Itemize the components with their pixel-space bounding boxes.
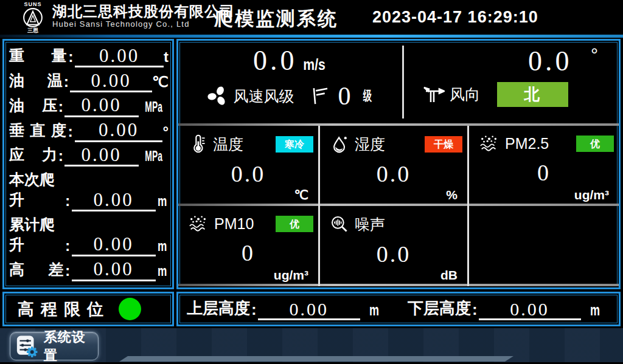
system-settings-button[interactable]: 系统设置 xyxy=(10,332,99,360)
settings-sliders-gear-icon xyxy=(16,334,38,359)
company-name-block: 湖北三思科技股份有限公司 Hubei Sansi Technology Co.,… xyxy=(52,3,235,29)
environment-panel: 0.0 m/s 风速风级 0 级 xyxy=(176,39,621,289)
metric-unit: m xyxy=(156,263,169,281)
metric-label: 重量 xyxy=(9,46,67,67)
lower-height-label: 下层高度 xyxy=(408,298,471,320)
metric-unit: m xyxy=(156,193,169,211)
metric-label: 高差 xyxy=(9,259,64,281)
wind-direction-degrees: 0.0 xyxy=(528,46,573,77)
sensor-cell-temperature: 温度 寒冷 0.0 ℃ xyxy=(178,126,318,204)
taskbar-accent-strip xyxy=(119,356,513,362)
metric-unit: ℃ xyxy=(152,74,169,92)
metric-unit: ° xyxy=(162,123,169,142)
sensor-name: 噪声 xyxy=(355,215,385,235)
header-divider xyxy=(0,35,623,38)
sensor-cell-humidity: 湿度 干燥 0.0 % xyxy=(320,126,467,204)
wind-direction-button[interactable]: 北 xyxy=(497,82,568,107)
metric-row-height-diff: 高差 : 0.00 m xyxy=(9,259,169,281)
wind-speed-label: 风速风级 xyxy=(234,86,294,106)
sensor-name: PM10 xyxy=(214,215,254,233)
datetime-display: 2023-04-17 16:29:10 xyxy=(372,8,538,27)
upper-height-unit: m xyxy=(369,301,379,320)
fan-icon xyxy=(207,85,229,107)
elevation-limit-indicator xyxy=(119,298,141,320)
sensor-name: 温度 xyxy=(213,134,243,154)
thermometer-icon xyxy=(188,134,207,154)
sensor-unit: dB xyxy=(440,268,458,283)
wind-section-divider xyxy=(402,46,404,118)
metrics-panel: 重量 : 0.00 t 油温 : 0.00 ℃ 油压 : 0.00 MPa 垂直… xyxy=(2,39,174,289)
sensor-unit: ug/m³ xyxy=(274,268,308,283)
metric-label: 应力 xyxy=(9,145,57,167)
metric-row-weight: 重量 : 0.00 t xyxy=(9,46,169,67)
metric-value: 0.00 xyxy=(75,120,163,142)
wind-speed-value: 0.0 xyxy=(253,45,298,76)
metric-unit: MPa xyxy=(139,98,169,117)
sensor-value: 0.0 xyxy=(178,160,318,187)
wind-level-unit: 级 xyxy=(363,87,371,105)
metric-value: 0.00 xyxy=(72,190,156,212)
logo-text-sansi: 三思 xyxy=(27,28,38,33)
wind-speed-unit: m/s xyxy=(303,56,325,74)
status-badge-dry: 干燥 xyxy=(425,136,462,153)
metric-label: 垂直度 xyxy=(9,120,66,142)
lower-height-group: 下层高度 : 0.00 m xyxy=(408,298,602,320)
taskbar: 系统设置 xyxy=(0,328,623,364)
sensor-name: 湿度 xyxy=(355,134,385,154)
sensor-name: PM2.5 xyxy=(505,135,549,153)
grid-divider-horizontal xyxy=(178,284,619,286)
sensor-cell-noise: 噪声 0.0 dB xyxy=(320,206,467,284)
metric-value: 0.00 xyxy=(70,71,152,93)
heights-panel: 上层高度 : 0.00 m 下层高度 : 0.00 m xyxy=(176,292,621,326)
sensor-unit: ug/m³ xyxy=(574,188,609,202)
settings-button-label: 系统设置 xyxy=(44,328,98,364)
sensor-cell-empty xyxy=(469,206,619,284)
upper-height-label: 上层高度 xyxy=(187,298,250,320)
status-badge-cold: 寒冷 xyxy=(276,136,313,153)
lower-height-value: 0.00 xyxy=(479,300,581,321)
degree-symbol: ° xyxy=(591,44,598,64)
elevation-limit-label: 高程限位 xyxy=(18,298,110,320)
particles-icon xyxy=(188,214,209,233)
header: SUNS 三思 湖北三思科技股份有限公司 Hubei Sansi Technol… xyxy=(0,0,623,35)
upper-height-group: 上层高度 : 0.00 m xyxy=(187,298,381,320)
company-logo: SUNS 三思 xyxy=(16,0,50,35)
metric-label: 油压 xyxy=(9,95,57,117)
metric-unit: MPa xyxy=(139,148,169,167)
metric-row-total-climb: 累计爬升 : 0.00 m xyxy=(9,215,169,256)
company-name-cn: 湖北三思科技股份有限公司 xyxy=(52,3,235,20)
sensor-cell-pm25: PM2.5 优 0 ug/m³ xyxy=(469,126,619,204)
wind-direction-block: 0.0 ° 风向 北 xyxy=(409,41,619,123)
metric-value: 0.00 xyxy=(72,259,156,281)
sensor-cell-pm10: PM10 优 0 ug/m³ xyxy=(178,206,318,284)
wind-level-flag-icon xyxy=(310,86,330,106)
lower-height-unit: m xyxy=(590,301,600,320)
sensor-value: 0.0 xyxy=(320,160,467,187)
wind-level-value: 0 xyxy=(338,81,351,111)
company-name-en: Hubei Sansi Technology Co., Ltd xyxy=(52,20,235,29)
sensor-value: 0.0 xyxy=(320,241,467,267)
metric-row-current-climb: 本次爬升 : 0.00 m xyxy=(9,170,169,211)
wind-vane-icon xyxy=(423,84,445,105)
metric-value: 0.00 xyxy=(75,46,164,68)
logo-text-suns: SUNS xyxy=(24,2,41,7)
metric-label: 油温 xyxy=(9,70,62,92)
particles-icon xyxy=(479,134,499,153)
sensor-value: 0 xyxy=(469,159,619,186)
metric-value: 0.00 xyxy=(64,145,139,167)
status-badge-good: 优 xyxy=(276,216,313,232)
sensor-unit: ℃ xyxy=(294,188,308,202)
metric-value: 0.00 xyxy=(64,95,139,117)
metric-row-stress: 应力 : 0.00 MPa xyxy=(9,145,169,167)
metric-label: 本次爬升 xyxy=(9,170,64,211)
sensor-value: 0 xyxy=(178,239,318,266)
page-title: 爬模监测系统 xyxy=(214,6,338,32)
metric-value: 0.00 xyxy=(72,235,156,256)
status-badge-good: 优 xyxy=(576,136,614,152)
metric-label: 累计爬升 xyxy=(9,215,64,256)
upper-height-value: 0.00 xyxy=(258,300,360,321)
droplet-icon xyxy=(330,134,349,154)
wind-speed-block: 0.0 m/s 风速风级 0 级 xyxy=(178,41,402,123)
sensor-unit: % xyxy=(446,188,458,202)
metric-row-oil-pressure: 油压 : 0.00 MPa xyxy=(9,95,169,117)
